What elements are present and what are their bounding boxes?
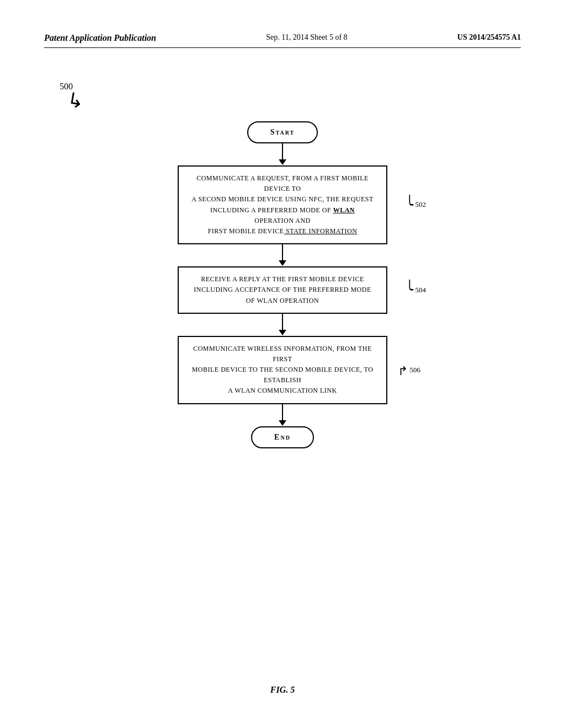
box-502: COMMUNICATE A REQUEST, FROM A FIRST MOBI… [178, 165, 387, 244]
ref-504-number: 504 [415, 286, 427, 295]
end-shape: End [251, 426, 314, 448]
page-header: Patent Application Publication Sep. 11, … [44, 33, 521, 48]
ref-506-label: ↳ 506 [398, 365, 421, 376]
arrow-1 [279, 143, 286, 165]
ref-502-label: ╯ 502 [406, 200, 427, 211]
arrow-2 [279, 244, 286, 266]
box-504: RECEIVE A REPLY AT THE FIRST MOBILE DEVI… [178, 266, 387, 314]
box-504-wrapper: RECEIVE A REPLY AT THE FIRST MOBILE DEVI… [178, 266, 387, 314]
start-shape: Start [247, 121, 318, 143]
end-label: End [274, 433, 291, 441]
figure-label: FIG. 5 [270, 685, 295, 695]
ref-502-number: 502 [415, 201, 427, 210]
ref-500-arrow: ↳ [66, 88, 86, 114]
ref-506-number: 506 [410, 366, 421, 374]
arrow-3 [279, 314, 286, 336]
publication-date-sheet: Sep. 11, 2014 Sheet 5 of 8 [266, 33, 347, 42]
ref-504-label: ╯ 504 [406, 285, 427, 296]
start-label: Start [270, 128, 295, 136]
publication-number: US 2014/254575 A1 [457, 33, 521, 42]
box-506: COMMUNICATE WIRELESS INFORMATION, FROM T… [178, 336, 387, 404]
box-502-wrapper: COMMUNICATE A REQUEST, FROM A FIRST MOBI… [178, 165, 387, 244]
flowchart: Start COMMUNICATE A REQUEST, FROM A FIRS… [178, 121, 387, 448]
publication-title: Patent Application Publication [44, 33, 156, 43]
page: Patent Application Publication Sep. 11, … [0, 0, 565, 728]
box-506-wrapper: COMMUNICATE WIRELESS INFORMATION, FROM T… [178, 336, 387, 404]
arrow-4 [279, 404, 286, 426]
